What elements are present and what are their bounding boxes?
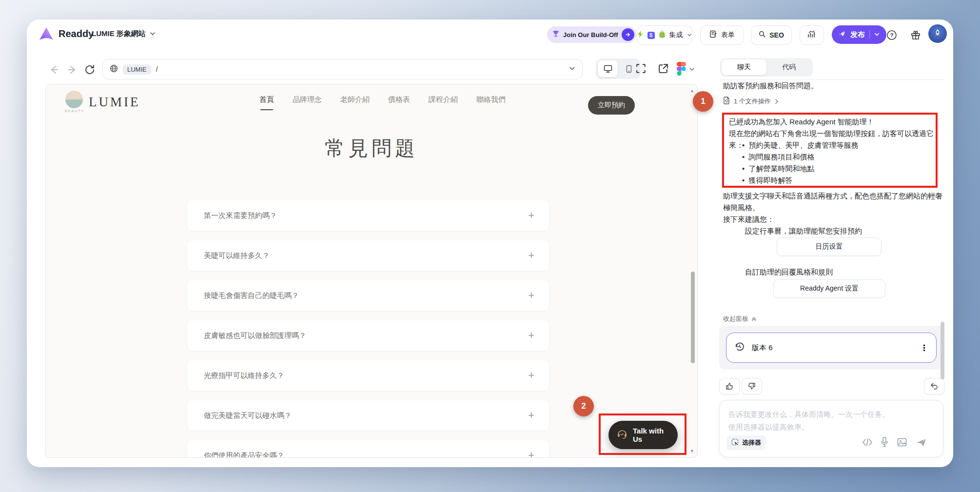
undo-button[interactable] bbox=[924, 378, 944, 394]
seo-button[interactable]: SEO bbox=[751, 25, 792, 45]
message-bullet: • 詢問服務項目和價格 bbox=[742, 151, 815, 163]
collapse-panel-label: 收起面板 bbox=[723, 315, 748, 323]
panel-scrollbar-thumb[interactable] bbox=[941, 322, 944, 379]
faq-item[interactable]: 接睫毛會傷害自己的睫毛嗎？ + bbox=[187, 280, 549, 311]
collapse-panel-button[interactable]: 收起面板 bbox=[723, 315, 757, 323]
mic-icon bbox=[881, 437, 888, 447]
agent-settings-button[interactable]: Readdy Agent 设置 bbox=[773, 279, 885, 298]
panel-tabs: 聊天 代码 bbox=[720, 58, 813, 77]
faq-item[interactable]: 美睫可以維持多久？ + bbox=[187, 240, 549, 271]
desktop-view-button[interactable] bbox=[598, 60, 618, 77]
figma-icon bbox=[677, 62, 686, 78]
version-card[interactable]: 版本 6 ⋮ bbox=[726, 333, 937, 363]
site-cta-button[interactable]: 立即預約 bbox=[588, 96, 635, 115]
nav-item-contact[interactable]: 聯絡我們 bbox=[476, 95, 506, 104]
forms-button[interactable]: 表单 bbox=[700, 25, 744, 45]
arrow-right-icon bbox=[622, 28, 634, 41]
plus-icon[interactable]: + bbox=[528, 209, 534, 222]
code-snippet-button[interactable] bbox=[862, 438, 872, 446]
message-suggestion-2: 自訂助理的回覆風格和規則 bbox=[745, 266, 833, 278]
calendar-settings-button[interactable]: 日历设置 bbox=[777, 237, 882, 256]
bolt-icon bbox=[638, 31, 644, 39]
forward-button[interactable] bbox=[67, 64, 78, 75]
plus-icon[interactable]: + bbox=[528, 409, 534, 422]
chevron-down-icon[interactable] bbox=[569, 65, 575, 74]
send-button[interactable] bbox=[917, 438, 926, 447]
talk-with-us-button[interactable]: Talk with Us bbox=[608, 421, 678, 449]
nav-item-pricing[interactable]: 價格表 bbox=[388, 95, 410, 104]
scroll-up-icon[interactable]: ▲ bbox=[690, 88, 694, 93]
shopify-icon bbox=[659, 31, 666, 40]
open-external-button[interactable] bbox=[657, 62, 669, 75]
url-path: / bbox=[156, 65, 158, 73]
readdy-logo-icon[interactable] bbox=[38, 26, 55, 42]
send-icon bbox=[917, 438, 926, 447]
figma-export-button[interactable] bbox=[677, 62, 695, 78]
url-bar[interactable]: LUMIE / bbox=[102, 59, 583, 79]
avatar[interactable] bbox=[928, 24, 947, 43]
help-button[interactable]: ? bbox=[886, 29, 898, 41]
voice-input-button[interactable] bbox=[881, 437, 888, 447]
fullscreen-button[interactable] bbox=[635, 62, 647, 75]
buildoff-button[interactable]: Join Our Build-Off bbox=[547, 26, 636, 43]
faq-question: 皮膚敏感也可以做臉部護理嗎？ bbox=[204, 331, 306, 340]
project-name: LUMIE 形象網站 bbox=[92, 29, 146, 39]
site-logo-mark bbox=[65, 91, 83, 108]
thumbs-up-icon bbox=[725, 382, 733, 390]
analytics-button[interactable] bbox=[800, 25, 824, 45]
kebab-menu-icon[interactable]: ⋮ bbox=[920, 343, 928, 353]
plus-icon[interactable]: + bbox=[528, 369, 534, 382]
site-logo-sub: BEAUTY bbox=[62, 109, 87, 113]
faq-item[interactable]: 皮膚敏感也可以做臉部護理嗎？ + bbox=[187, 320, 549, 351]
nav-item-teachers[interactable]: 老師介紹 bbox=[340, 95, 370, 104]
gift-button[interactable] bbox=[910, 29, 921, 41]
faq-title: 常見問題 bbox=[46, 135, 697, 162]
site-logo-text[interactable]: LUMIE bbox=[89, 95, 140, 110]
chevron-down-icon bbox=[150, 30, 156, 39]
headset-icon bbox=[616, 428, 628, 442]
nav-item-brand[interactable]: 品牌理念 bbox=[293, 95, 322, 104]
message-bullet: • 獲得即時解答 bbox=[742, 175, 793, 186]
chat-input[interactable]: 告诉我要更改什么，具体而清晰。一次一个任务。 使用选择器以提高效率。 选择器 bbox=[719, 400, 943, 457]
plus-icon[interactable]: + bbox=[528, 289, 534, 302]
annotation-badge-2: 2 bbox=[573, 396, 594, 416]
stripe-icon: S bbox=[647, 32, 655, 39]
nav-item-home[interactable]: 首頁 bbox=[259, 95, 274, 104]
integrations-button[interactable]: S 集成 bbox=[637, 25, 692, 45]
plus-icon[interactable]: + bbox=[528, 329, 534, 342]
scroll-down-icon[interactable]: ▼ bbox=[690, 449, 694, 453]
tab-chat[interactable]: 聊天 bbox=[722, 59, 766, 75]
faq-item[interactable]: 光療指甲可以維持多久？ + bbox=[187, 360, 549, 391]
chevron-down-icon bbox=[687, 31, 692, 39]
chevron-down-icon bbox=[689, 65, 695, 74]
refresh-button[interactable] bbox=[84, 64, 96, 76]
publish-button[interactable]: 发布 bbox=[832, 25, 886, 44]
site-nav: 首頁 品牌理念 老師介紹 價格表 課程介紹 聯絡我們 bbox=[259, 84, 506, 115]
faq-item[interactable]: 你們使用的產品安全嗎？ + bbox=[187, 440, 549, 458]
analytics-icon bbox=[807, 30, 816, 40]
faq-item[interactable]: 第一次來需要預約嗎？ + bbox=[187, 200, 549, 231]
message-bullet: • 了解營業時間和地點 bbox=[742, 163, 815, 175]
file-operations-row[interactable]: 1 个文件操作 bbox=[723, 97, 779, 106]
plus-icon[interactable]: + bbox=[528, 249, 534, 262]
faq-item[interactable]: 做完美睫當天可以碰水嗎？ + bbox=[187, 400, 549, 431]
project-switcher[interactable]: LUMIE 形象網站 bbox=[92, 29, 156, 39]
back-button[interactable] bbox=[49, 64, 59, 75]
preview-scrollbar-thumb[interactable] bbox=[691, 272, 695, 363]
tab-code[interactable]: 代码 bbox=[766, 59, 811, 75]
brand-name[interactable]: Readdy bbox=[59, 28, 94, 39]
selector-button[interactable]: 选择器 bbox=[726, 435, 766, 450]
chat-input-placeholder-1: 告诉我要更改什么，具体而清晰。一次一个任务。 bbox=[728, 408, 933, 421]
thumbs-down-button[interactable] bbox=[742, 378, 762, 394]
nav-item-courses[interactable]: 課程介紹 bbox=[429, 95, 458, 104]
faq-list: 第一次來需要預約嗎？ + 美睫可以維持多久？ + 接睫毛會傷害自己的睫毛嗎？ +… bbox=[187, 200, 549, 458]
chat-input-placeholder-2: 使用选择器以提高效率。 bbox=[728, 421, 933, 433]
selector-icon bbox=[731, 438, 739, 448]
image-upload-button[interactable] bbox=[897, 438, 907, 447]
plus-icon[interactable]: + bbox=[528, 449, 534, 458]
integrations-label: 集成 bbox=[669, 31, 683, 39]
device-toggle bbox=[596, 59, 641, 79]
thumbs-up-button[interactable] bbox=[719, 378, 740, 394]
faq-question: 接睫毛會傷害自己的睫毛嗎？ bbox=[204, 291, 299, 300]
chat-intro-line: 助訪客預約服務和回答問題。 bbox=[723, 80, 938, 92]
